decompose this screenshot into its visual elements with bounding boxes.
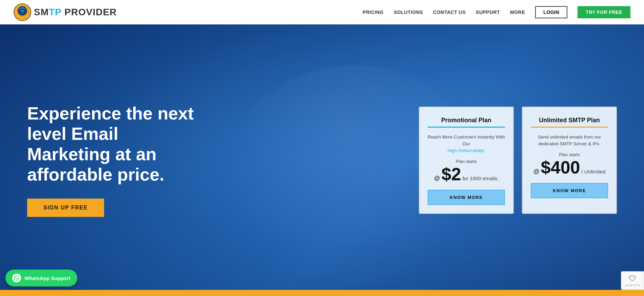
nav-solutions[interactable]: SOLUTIONS: [394, 10, 423, 15]
logo-text: SMTP PROVIDER: [34, 7, 117, 18]
whatsapp-icon: [12, 274, 21, 282]
promo-price-at: @: [434, 175, 440, 182]
promo-know-more-button[interactable]: KNOW MORE: [428, 190, 505, 205]
pricing-cards: Promotional Plan Reach More Customers In…: [419, 107, 617, 214]
site-header: SMTP PROVIDER PRICING SOLUTIONS CONTACT …: [0, 0, 644, 24]
login-button[interactable]: LOGIN: [535, 6, 567, 18]
hero-headline: Experience the next level Email Marketin…: [27, 104, 203, 185]
svg-rect-4: [20, 10, 24, 12]
promotional-plan-card: Promotional Plan Reach More Customers In…: [419, 107, 514, 214]
recaptcha-icon: 🛡: [629, 274, 636, 283]
unlimited-card-desc: Send unlimited emails from our dedicated…: [531, 134, 608, 148]
promo-card-desc: Reach More Customers Instantly With Our …: [428, 134, 505, 154]
promo-price-suffix: for 1000 emails.: [463, 175, 499, 181]
signup-button[interactable]: SIGN UP FREE: [27, 199, 104, 217]
nav-contact[interactable]: CONTACT US: [433, 10, 466, 15]
bottom-bar: [0, 290, 644, 296]
unlimited-price-suffix: / Unlimited: [582, 169, 606, 174]
main-nav: PRICING SOLUTIONS CONTACT US SUPPORT MOR…: [363, 6, 630, 18]
whatsapp-support-button[interactable]: WhatsApp Support: [5, 270, 77, 286]
hero-text-area: Experience the next level Email Marketin…: [27, 104, 203, 217]
unlimited-card-divider: [531, 127, 608, 128]
whatsapp-label: WhatsApp Support: [24, 275, 71, 281]
unlimited-price-at: @: [533, 168, 540, 175]
promo-price-row: @ $2 for 1000 emails.: [434, 165, 499, 183]
logo-icon: [14, 3, 31, 21]
unlimited-price-row: @ $400 / Unlimited: [533, 159, 606, 176]
promo-card-title: Promotional Plan: [441, 117, 491, 124]
promo-price-amount: $2: [442, 165, 461, 183]
unlimited-card-title: Unlimited SMTP Plan: [539, 117, 600, 124]
promo-card-divider: [428, 127, 505, 128]
promo-plan-starts: Plan starts: [456, 159, 476, 164]
unlimited-plan-card: Unlimited SMTP Plan Send unlimited email…: [522, 107, 617, 214]
nav-more[interactable]: MORE: [510, 10, 525, 15]
promo-card-link[interactable]: High Deliverability.: [448, 148, 485, 153]
hero-section: Experience the next level Email Marketin…: [0, 24, 644, 296]
try-free-button[interactable]: TRY FOR FREE: [578, 6, 630, 18]
unlimited-price-amount: $400: [541, 159, 580, 176]
unlimited-plan-starts: Plan starts: [559, 152, 580, 157]
recaptcha-label: reCAPTCHA: [625, 284, 640, 287]
nav-pricing[interactable]: PRICING: [363, 10, 384, 15]
logo[interactable]: SMTP PROVIDER: [14, 3, 117, 21]
recaptcha-badge: 🛡 reCAPTCHA: [621, 271, 644, 290]
nav-support[interactable]: SUPPORT: [476, 10, 500, 15]
unlimited-know-more-button[interactable]: KNOW MORE: [531, 183, 608, 198]
